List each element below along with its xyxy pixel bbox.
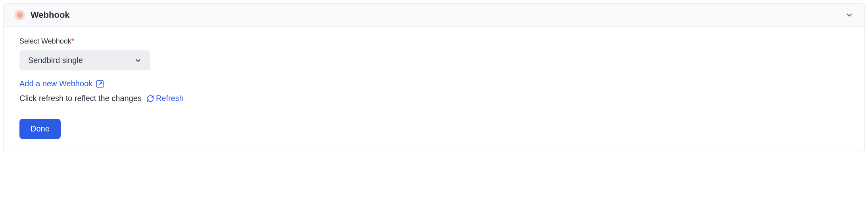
refresh-icon — [146, 95, 154, 103]
select-webhook-label: Select Webhook* — [19, 37, 849, 46]
webhook-panel: Webhook Select Webhook* Sendbird single … — [3, 3, 865, 152]
panel-body: Select Webhook* Sendbird single Add a ne… — [4, 27, 864, 152]
external-link-icon — [96, 80, 104, 88]
select-value: Sendbird single — [28, 56, 83, 65]
add-webhook-link-text: Add a new Webhook — [19, 79, 92, 88]
chevron-down-icon — [134, 57, 142, 64]
chevron-down-icon[interactable] — [845, 11, 853, 19]
done-button[interactable]: Done — [19, 119, 61, 139]
refresh-button[interactable]: Refresh — [146, 94, 184, 103]
required-indicator: * — [71, 37, 74, 45]
header-left: Webhook — [15, 10, 70, 20]
refresh-helper-row: Click refresh to reflect the changes Ref… — [19, 94, 849, 103]
field-label-text: Select Webhook — [19, 37, 71, 45]
status-indicator-icon — [15, 10, 25, 20]
webhook-select[interactable]: Sendbird single — [19, 50, 150, 70]
add-webhook-link[interactable]: Add a new Webhook — [19, 79, 849, 88]
svg-line-1 — [99, 82, 102, 84]
panel-title: Webhook — [31, 10, 70, 20]
helper-text: Click refresh to reflect the changes — [19, 94, 142, 103]
refresh-label: Refresh — [156, 94, 184, 103]
panel-header[interactable]: Webhook — [4, 4, 864, 27]
